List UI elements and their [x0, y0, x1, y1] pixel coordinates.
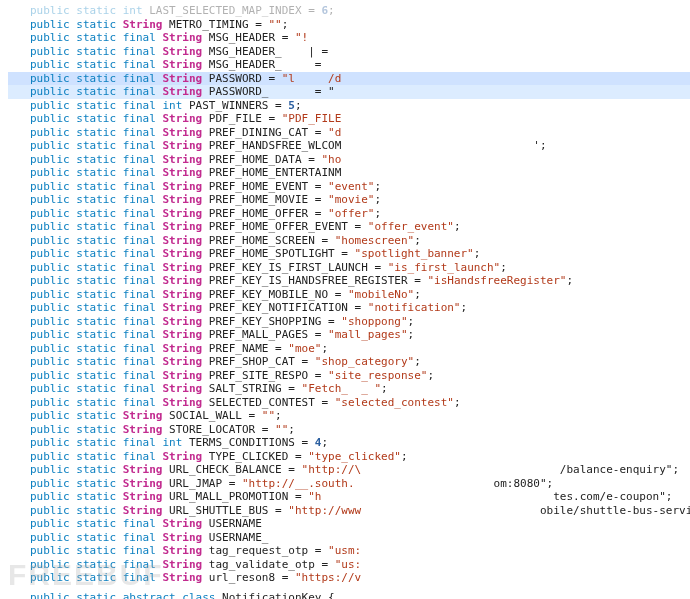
- code-line: public static final String PREF_DINING_C…: [8, 126, 690, 140]
- code-line: public static final String PREF_HOME_DAT…: [8, 153, 690, 167]
- code-line: public static String URL_MALL_PROMOTION …: [8, 490, 690, 504]
- code-line: public static String STORE_LOCATOR = "";: [8, 423, 690, 437]
- code-line: public static final String PREF_HOME_MOV…: [8, 193, 690, 207]
- code-line: public static String SOCIAL_WALL = "";: [8, 409, 690, 423]
- code-line: public static String URL_SHUTTLE_BUS = "…: [8, 504, 690, 518]
- code-line: public static final String SALT_STRING =…: [8, 382, 690, 396]
- code-line: public static final String url_reson8 = …: [8, 571, 690, 585]
- code-line: public static final String PREF_KEY_IS_H…: [8, 274, 690, 288]
- code-line: public static final String PREF_SHOP_CAT…: [8, 355, 690, 369]
- code-line: public static String METRO_TIMING = "";: [8, 18, 690, 32]
- code-line: public static final String PREF_HANDSFRE…: [8, 139, 690, 153]
- code-line: public static final String PREF_HOME_SCR…: [8, 234, 690, 248]
- code-line: public static final String TYPE_CLICKED …: [8, 450, 690, 464]
- code-line: public static final String USERNAME: [8, 517, 690, 531]
- code-block: public static int LAST_SELECTED_MAP_INDE…: [8, 4, 690, 599]
- code-line: public static final String PREF_SITE_RES…: [8, 369, 690, 383]
- code-line: public static final String PREF_KEY_IS_F…: [8, 261, 690, 275]
- code-line: public static final int TERMS_CONDITIONS…: [8, 436, 690, 450]
- code-line: public static String URL_JMAP = "http://…: [8, 477, 690, 491]
- code-line: public static final String PREF_MALL_PAG…: [8, 328, 690, 342]
- code-line: public static final String PREF_HOME_ENT…: [8, 166, 690, 180]
- code-line: public static abstract class Notificatio…: [8, 591, 690, 600]
- code-line: public static final String tag_request_o…: [8, 544, 690, 558]
- code-line: public static final String PREF_HOME_OFF…: [8, 220, 690, 234]
- code-line: public static final String MSG_HEADER_ |…: [8, 45, 690, 59]
- code-line: public static final String MSG_HEADER = …: [8, 31, 690, 45]
- code-line: public static String URL_CHECK_BALANCE =…: [8, 463, 690, 477]
- code-line: public static final String PREF_KEY_MOBI…: [8, 288, 690, 302]
- code-line: public static final String PDF_FILE = "P…: [8, 112, 690, 126]
- code-line: public static final String USERNAME_: [8, 531, 690, 545]
- code-line: public static final String tag_validate_…: [8, 558, 690, 572]
- code-line: public static final String PREF_NAME = "…: [8, 342, 690, 356]
- code-line: public static final String MSG_HEADER_ =: [8, 58, 690, 72]
- code-line: public static final String PREF_HOME_SPO…: [8, 247, 690, 261]
- code-line: public static int LAST_SELECTED_MAP_INDE…: [8, 4, 690, 18]
- code-line: public static final String SELECTED_CONT…: [8, 396, 690, 410]
- code-line: public static final String PREF_HOME_EVE…: [8, 180, 690, 194]
- code-line: public static final String PREF_KEY_SHOP…: [8, 315, 690, 329]
- code-line: public static final int PAST_WINNERS = 5…: [8, 99, 690, 113]
- code-line: public static final String PREF_KEY_NOTI…: [8, 301, 690, 315]
- code-line: public static final String PASSWORD_ = ": [8, 85, 690, 99]
- code-line: public static final String PREF_HOME_OFF…: [8, 207, 690, 221]
- code-line: public static final String PASSWORD = "l…: [8, 72, 690, 86]
